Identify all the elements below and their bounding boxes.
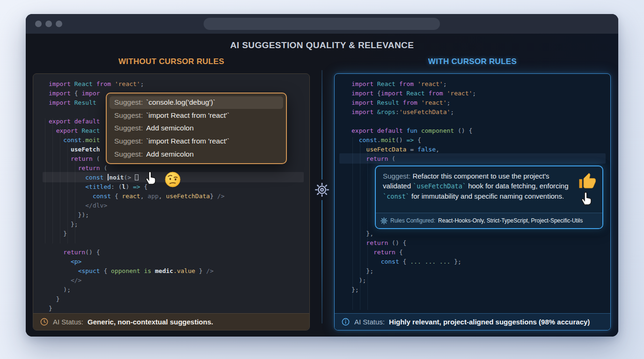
code-line: }); — [49, 210, 309, 220]
code-line: <spuct { opponent is medic.value } /> — [49, 266, 309, 276]
code-line: import &rops:'useFetchData'; — [351, 108, 610, 117]
suggest-prefix: Suggest: — [114, 137, 143, 145]
suggest-prefix: Suggest: — [114, 124, 143, 132]
code-line: ); — [49, 285, 309, 294]
code-line: import React from 'react'; — [49, 79, 309, 89]
suggest-text: Add semicolon — [146, 124, 194, 132]
browser-window: AI SUGGESTION QUALITY & RELEVANCE WITHOU… — [26, 14, 618, 337]
suggestion-menu-item[interactable]: Suggest:Add semicolon — [110, 148, 283, 160]
code-line: useFetcData = false, — [351, 145, 610, 154]
code-line — [49, 238, 309, 248]
text-caret — [108, 174, 109, 180]
suggestion-menu-item[interactable]: Suggest:`import React from 'react'` — [110, 109, 283, 122]
code-line: return { — [351, 248, 610, 257]
zoom-window-button[interactable] — [56, 21, 62, 27]
suggestion-menu-item[interactable]: Suggest:`console.log('debug')` — [110, 96, 283, 109]
code-line: }, — [351, 229, 610, 238]
status-value: Highly relevant, project-aligned suggest… — [389, 318, 590, 326]
code-line: }; — [49, 220, 309, 229]
column-header-without-rules: WITHOUT CURSOR RULES — [33, 57, 310, 66]
suggest-prefix: Suggest: — [114, 98, 143, 107]
code-line: return () { — [351, 238, 610, 248]
code-line: </> — [49, 276, 309, 285]
suggest-prefix: Suggest: — [114, 150, 143, 158]
suggest-text: `console.log('debug')` — [146, 98, 215, 107]
code-line: } — [49, 294, 309, 304]
raised-eyebrow-emoji — [164, 171, 181, 188]
suggestion-menu-item[interactable]: Suggest:Add semicolon — [110, 122, 283, 135]
status-label: AI Status: — [354, 318, 385, 326]
ai-status-bar-left: AI Status: Generic, non-contextual sugge… — [33, 313, 309, 330]
settings-gear-button[interactable] — [312, 180, 332, 200]
main-content: AI SUGGESTION QUALITY & RELEVANCE WITHOU… — [26, 34, 618, 337]
code-line: export default fun component () { — [351, 126, 610, 136]
suggest-text: `import React from 'react'` — [146, 111, 229, 120]
suggest-prefix: Suggest: — [114, 111, 143, 120]
code-line: return ( — [351, 154, 610, 164]
suggestion-menu-item[interactable]: Suggest:`import React from 'react'` — [110, 135, 283, 148]
rules-configured-footer: Rules Configured: React-Hooks-Only, Stri… — [376, 213, 602, 228]
ai-status-bar-right: AI Status: Highly relevant, project-alig… — [335, 313, 610, 330]
code-line: import {import React from 'react'; — [351, 89, 610, 98]
close-window-button[interactable] — [35, 21, 42, 27]
column-header-with-rules: WITH CURSOR RULES — [334, 57, 611, 66]
code-line: const { react, app, useFetchData} /> — [49, 192, 309, 201]
clock-icon — [40, 317, 49, 326]
code-line: import Result from 'react'; — [351, 98, 610, 108]
code-line: } — [49, 304, 309, 313]
page-title: AI SUGGESTION QUALITY & RELEVANCE — [26, 40, 618, 50]
hand-pointer-cursor — [143, 170, 157, 185]
code-line: }; — [351, 285, 610, 294]
title-bar — [26, 14, 618, 34]
code-line: import React from 'react'; — [351, 79, 610, 89]
suggest-text: Add semicolon — [146, 150, 194, 158]
missing-glyph-box — [135, 174, 139, 180]
ai-suggestion-dropdown: Suggest:`console.log('debug')`Suggest:`i… — [106, 93, 287, 164]
code-line: ); — [351, 276, 610, 285]
thumbs-up-emoji — [578, 172, 596, 190]
suggest-text: `import React from 'react'` — [146, 137, 229, 145]
suggestion-text: Suggest: Refactor this component to use … — [376, 166, 602, 204]
traffic-lights — [35, 21, 62, 27]
code-line — [351, 117, 610, 126]
rules-configured-value: React-Hooks-Only, Strict-TypeScript, Pro… — [438, 217, 583, 224]
code-line: } — [49, 229, 309, 238]
minimize-window-button[interactable] — [45, 21, 52, 27]
info-icon — [341, 317, 350, 326]
ai-suggestion-card: Suggest: Refactor this component to use … — [375, 165, 603, 229]
editor-panel-with-rules: import React from 'react';import {import… — [334, 73, 611, 330]
code-line: <p> — [49, 257, 309, 266]
status-label: AI Status: — [53, 318, 83, 326]
hand-pointer-cursor — [579, 191, 593, 206]
code-line: return() { — [49, 248, 309, 257]
code-line: const.moit() => { — [351, 136, 610, 145]
code-line: const { ... ... ... }; — [351, 257, 610, 266]
code-line: </dlv> — [49, 201, 309, 210]
gear-icon — [315, 183, 329, 197]
gear-icon — [381, 217, 388, 224]
editor-panel-without-rules: import React from 'react';import { impor… — [33, 73, 310, 330]
address-bar[interactable] — [204, 18, 440, 30]
status-value: Generic, non-contextual suggestions. — [88, 318, 213, 326]
code-line: }; — [351, 266, 610, 276]
rules-configured-label: Rules Configured: — [390, 217, 435, 224]
